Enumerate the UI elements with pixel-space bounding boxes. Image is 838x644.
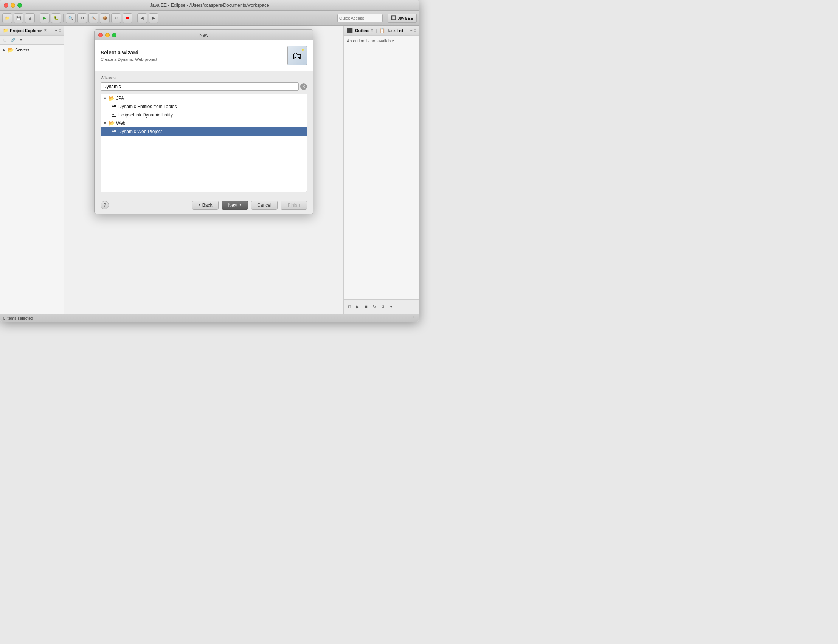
collapse-all-button[interactable]: ⊟ (2, 37, 8, 43)
right-panel: ⬛ Outline ✕ | 📋 Task List − □ An outline… (343, 26, 419, 314)
web-group-label: Web (116, 121, 125, 126)
wizard-tree: ▼ 📂 JPA 🗃 Dynamic Entities from Tables � (100, 94, 307, 192)
perspective-button[interactable]: 🔲 Java EE (388, 13, 417, 23)
project-tree: ▶ 📂 Servers (0, 44, 64, 314)
build-button[interactable]: 🔨 (89, 13, 98, 23)
finish-button[interactable]: Finish (281, 201, 307, 210)
dynamic-web-project-item[interactable]: 🗃 Dynamic Web Project (101, 127, 307, 136)
right-panel-bottom: ⊟ ▶ ⏹ ↻ ⚙ ▾ (344, 299, 419, 314)
minimize-panel-button[interactable]: − (55, 28, 58, 33)
run-button[interactable]: ▶ (40, 13, 49, 23)
nav-forward-button[interactable]: ▶ (149, 13, 158, 23)
minimize-button[interactable] (11, 3, 15, 8)
wizard-search-input[interactable] (100, 82, 299, 91)
servers-label: Servers (15, 48, 30, 52)
outline-run-btn[interactable]: ▶ (354, 304, 361, 310)
outline-icon: ⬛ (347, 28, 353, 33)
eclipselink-entity-item[interactable]: 🗃 EclipseLink Dynamic Entity (101, 111, 307, 119)
servers-tree-item[interactable]: ▶ 📂 Servers (0, 46, 64, 54)
separator-3 (135, 14, 135, 22)
web-group-header[interactable]: ▼ 📂 Web (101, 119, 307, 127)
wizard-icon: ✦ (287, 46, 307, 66)
web-group: ▼ 📂 Web 🗃 Dynamic Web Project (101, 119, 307, 136)
statusbar-right: ⋮ (412, 315, 416, 320)
perspective-label: Java EE (398, 16, 413, 20)
save-button[interactable]: 💾 (13, 13, 23, 23)
stop-button[interactable]: ⏹ (122, 13, 132, 23)
dialog-traffic-lights (98, 33, 117, 38)
dynamic-entities-icon: 🗃 (112, 104, 117, 110)
center-area: New Select a wizard Create a Dynamic Web… (64, 26, 343, 314)
dynamic-entities-label: Dynamic Entities from Tables (119, 104, 177, 109)
quick-access-input[interactable] (338, 14, 383, 22)
search-clear-button[interactable]: ✕ (300, 83, 307, 90)
separator-1 (37, 14, 38, 22)
dialog-close-button[interactable] (98, 33, 103, 38)
jpa-group: ▼ 📂 JPA 🗃 Dynamic Entities from Tables � (101, 94, 307, 119)
next-button[interactable]: Next > (222, 201, 248, 210)
link-with-editor-button[interactable]: 🔗 (10, 37, 16, 43)
jpa-folder-icon: 📂 (108, 95, 115, 101)
settings-button[interactable]: ⚙ (77, 13, 87, 23)
deploy-button[interactable]: 📦 (100, 13, 110, 23)
close-button[interactable] (4, 3, 8, 8)
back-button[interactable]: < Back (192, 201, 219, 210)
dialog-titlebar: New (95, 30, 313, 40)
maximize-button[interactable] (17, 3, 22, 8)
dialog-title: New (199, 33, 208, 38)
right-panel-actions: − □ (410, 28, 416, 33)
dialog-header-subtitle: Create a Dynamic Web project (100, 57, 157, 62)
maximize-panel-button[interactable]: □ (59, 28, 61, 33)
nav-back-button[interactable]: ◀ (137, 13, 147, 23)
help-button[interactable]: ? (100, 201, 109, 209)
dialog-maximize-button[interactable] (112, 33, 117, 38)
project-explorer-header: 📁 Project Explorer ✕ − □ (0, 26, 64, 36)
dialog-header-text: Select a wizard Create a Dynamic Web pro… (100, 49, 157, 62)
left-panel: 📁 Project Explorer ✕ − □ ⊟ 🔗 ▾ ▶ 📂 Serve… (0, 26, 64, 314)
outline-tab[interactable]: Outline ✕ (355, 28, 374, 33)
eclipselink-entity-label: EclipseLink Dynamic Entity (119, 112, 173, 118)
statusbar-menu[interactable]: ⋮ (412, 315, 416, 320)
cancel-button[interactable]: Cancel (251, 201, 278, 210)
main-toolbar: 📁 💾 🖨 ▶ 🐛 🔍 ⚙ 🔨 📦 ↻ ⏹ ◀ ▶ 🔲 Java EE (0, 11, 419, 26)
view-menu-button[interactable]: ▾ (17, 37, 24, 43)
outline-message: An outline is not available. (347, 39, 395, 43)
titlebar: Java EE - Eclipse - /Users/ccaspers/Docu… (0, 0, 419, 11)
dynamic-web-project-icon: 🗃 (112, 128, 117, 135)
dynamic-web-project-label: Dynamic Web Project (119, 129, 162, 134)
jpa-group-header[interactable]: ▼ 📂 JPA (101, 94, 307, 102)
outline-tab-label: Outline (355, 28, 369, 33)
jpa-expand-arrow: ▼ (103, 96, 107, 100)
outline-refresh-btn[interactable]: ↻ (371, 304, 378, 310)
outline-stop-btn[interactable]: ⏹ (363, 304, 369, 310)
statusbar: 0 items selected ⋮ (0, 314, 419, 322)
outline-tab-close: ✕ (370, 29, 374, 33)
separator: | (376, 28, 377, 33)
main-layout: 📁 Project Explorer ✕ − □ ⊟ 🔗 ▾ ▶ 📂 Serve… (0, 26, 419, 314)
web-expand-arrow: ▼ (103, 121, 107, 125)
search-button[interactable]: 🔍 (66, 13, 76, 23)
eclipselink-entity-icon: 🗃 (112, 112, 117, 118)
task-list-tab[interactable]: Task List (387, 28, 403, 33)
servers-folder-icon: 📂 (7, 47, 13, 53)
debug-button[interactable]: 🐛 (51, 13, 61, 23)
print-button[interactable]: 🖨 (25, 13, 35, 23)
web-folder-icon: 📂 (108, 120, 115, 126)
dialog-minimize-button[interactable] (105, 33, 110, 38)
separator-4 (385, 14, 385, 22)
separator-2 (63, 14, 64, 22)
panel-header-actions: − □ (55, 28, 61, 33)
refresh-button[interactable]: ↻ (111, 13, 121, 23)
project-explorer-toolbar: ⊟ 🔗 ▾ (0, 36, 64, 44)
search-row: ✕ (100, 82, 307, 91)
outline-menu-btn[interactable]: ▾ (388, 304, 394, 310)
outline-settings-btn[interactable]: ⚙ (379, 304, 386, 310)
folder-icon: 📁 (3, 28, 8, 33)
minimize-right-button[interactable]: − (410, 28, 413, 33)
new-wizard-dialog: New Select a wizard Create a Dynamic Web… (94, 30, 313, 214)
new-button[interactable]: 📁 (2, 13, 12, 23)
window-title: Java EE - Eclipse - /Users/ccaspers/Docu… (150, 3, 269, 8)
outline-collapse-btn[interactable]: ⊟ (346, 304, 353, 310)
dynamic-entities-item[interactable]: 🗃 Dynamic Entities from Tables (101, 102, 307, 111)
maximize-right-button[interactable]: □ (414, 28, 416, 33)
